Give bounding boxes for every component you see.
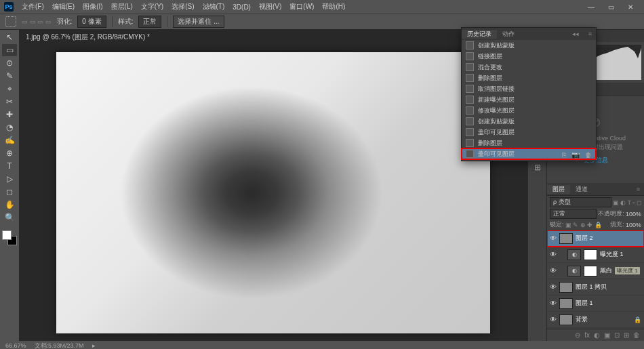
panel-menu-icon[interactable]: ≡ xyxy=(631,186,644,192)
visibility-toggle-icon[interactable]: 👁 xyxy=(550,316,557,323)
marquee-tool[interactable]: ▭ xyxy=(2,44,17,56)
layer-row[interactable]: 👁背景🔒 xyxy=(547,312,644,328)
magic-wand-tool[interactable]: ✎ xyxy=(2,70,17,82)
layer-row[interactable]: 👁图层 2 xyxy=(547,230,644,247)
move-tool[interactable]: ↖ xyxy=(2,31,17,43)
layer-filter-select[interactable]: ρ 类型 xyxy=(550,197,611,207)
visibility-toggle-icon[interactable]: 👁 xyxy=(550,267,557,274)
tab-history[interactable]: 历史记录 xyxy=(462,30,497,39)
layer-name[interactable]: 图层 2 xyxy=(576,234,593,243)
layer-name[interactable]: 图层 1 xyxy=(576,299,593,308)
clone-tool[interactable]: ✍ xyxy=(2,134,17,146)
window-close-icon[interactable]: ✕ xyxy=(621,1,640,12)
menu-file[interactable]: 文件(F) xyxy=(19,1,47,13)
menu-image[interactable]: 图像(I) xyxy=(80,1,105,13)
layer-thumb[interactable] xyxy=(559,282,573,293)
layer-name[interactable]: 背景 xyxy=(576,315,588,324)
hand-tool[interactable]: ✋ xyxy=(2,199,17,211)
menu-type[interactable]: 文字(Y) xyxy=(138,1,166,13)
adjustment-layer-icon[interactable]: ▣ xyxy=(604,331,610,339)
layer-thumb[interactable] xyxy=(559,314,573,325)
history-item[interactable]: 链接图层 xyxy=(462,51,596,62)
color-swatches[interactable] xyxy=(2,230,17,245)
layer-row[interactable]: 👁◐黑白曝光度 1 xyxy=(547,263,644,279)
menu-filter[interactable]: 滤镜(T) xyxy=(200,1,228,13)
window-restore-icon[interactable]: ▭ xyxy=(601,1,620,12)
shape-tool[interactable]: ◻ xyxy=(2,186,17,198)
history-new-doc-icon[interactable]: ⎘ xyxy=(562,151,566,159)
menu-help[interactable]: 帮助(H) xyxy=(319,1,348,13)
canvas[interactable] xyxy=(56,52,490,333)
history-delete-icon[interactable]: 🗑 xyxy=(585,151,592,159)
menu-3d[interactable]: 3D(D) xyxy=(230,2,254,12)
new-layer-icon[interactable]: ⊞ xyxy=(624,331,629,339)
visibility-toggle-icon[interactable]: 👁 xyxy=(550,300,557,307)
history-item[interactable]: 创建剪贴蒙版 xyxy=(462,116,596,127)
lock-icons[interactable]: ▣ ✎ ⊕ ✚ 🔒 xyxy=(565,222,602,228)
history-item[interactable]: 取消图层链接 xyxy=(462,83,596,94)
type-tool[interactable]: T xyxy=(2,160,17,172)
layer-name[interactable]: 黑白 xyxy=(600,266,612,275)
visibility-toggle-icon[interactable]: 👁 xyxy=(550,283,557,291)
fill-value[interactable]: 100% xyxy=(626,222,641,228)
visibility-toggle-icon[interactable]: 👁 xyxy=(550,234,557,242)
feather-input[interactable]: 0 像素 xyxy=(77,16,106,28)
layer-thumb[interactable] xyxy=(559,233,573,244)
doc-size-readout[interactable]: 文档:5.93M/23.7M xyxy=(35,342,84,350)
layer-fx-icon[interactable]: fx xyxy=(584,331,590,339)
select-and-mask-button[interactable]: 选择并遮住 ... xyxy=(173,16,224,28)
tool-preset-icon[interactable] xyxy=(5,16,16,27)
document-tab[interactable]: 1.jpg @ 66.7% (图层 2, RGB/8#/CMYK) * xyxy=(19,30,527,45)
history-snapshot-icon[interactable]: 📷 xyxy=(571,151,580,159)
tab-channels[interactable]: 通道 xyxy=(570,185,593,194)
layer-thumb[interactable] xyxy=(584,249,597,260)
eyedropper-tool[interactable]: ✂ xyxy=(2,96,17,108)
foreground-color-swatch[interactable] xyxy=(2,230,12,240)
pen-tool[interactable]: ▷ xyxy=(2,173,17,185)
eraser-tool[interactable]: ⊕ xyxy=(2,147,17,159)
history-item[interactable]: 删除图层 xyxy=(462,138,596,148)
layer-filter-icons[interactable]: ▣ ◐ T ▫ ◻ xyxy=(613,199,641,206)
history-item[interactable]: 修改曝光图层 xyxy=(462,105,596,116)
menu-view[interactable]: 视图(V) xyxy=(256,1,284,13)
crop-tool[interactable]: ⌖ xyxy=(2,83,17,95)
link-layers-icon[interactable]: ⊖ xyxy=(575,331,580,339)
history-item[interactable]: 新建曝光图层 xyxy=(462,94,596,105)
history-item[interactable]: 盖印可见图层 xyxy=(462,127,596,138)
menu-window[interactable]: 窗口(W) xyxy=(287,1,317,13)
layer-thumb[interactable] xyxy=(584,266,597,276)
delete-layer-icon[interactable]: 🗑 xyxy=(633,331,640,339)
visibility-toggle-icon[interactable]: 👁 xyxy=(550,251,557,258)
brush-tool[interactable]: ◔ xyxy=(2,121,17,134)
history-item[interactable]: 创建剪贴蒙版 xyxy=(462,40,596,51)
strip-icon[interactable]: ⊞ xyxy=(534,163,541,172)
menu-edit[interactable]: 编辑(E) xyxy=(49,1,77,13)
history-panel[interactable]: 历史记录 动作 ◂◂ ≡ 创建剪贴蒙版链接图层混合更改删除图层取消图层链接新建曝… xyxy=(461,27,597,161)
layer-name[interactable]: 图层 1 拷贝 xyxy=(576,283,607,291)
zoom-tool[interactable]: 🔍 xyxy=(2,211,17,224)
history-item[interactable]: 删除图层 xyxy=(462,73,596,83)
window-minimize-icon[interactable]: — xyxy=(582,1,601,12)
menu-layer[interactable]: 图层(L) xyxy=(108,1,136,13)
tab-layers[interactable]: 图层 xyxy=(547,185,570,194)
zoom-readout[interactable]: 66.67% xyxy=(5,342,26,349)
group-icon[interactable]: ⊡ xyxy=(614,331,620,339)
tab-actions[interactable]: 动作 xyxy=(497,30,520,39)
layer-row[interactable]: 👁◐曝光度 1 xyxy=(547,247,644,263)
panel-menu-icon[interactable]: ≡ xyxy=(583,30,596,37)
history-list[interactable]: 创建剪贴蒙版链接图层混合更改删除图层取消图层链接新建曝光图层修改曝光图层创建剪贴… xyxy=(462,40,596,148)
layer-list[interactable]: 👁图层 2👁◐曝光度 1👁◐黑白曝光度 1👁图层 1 拷贝👁图层 1👁背景🔒 xyxy=(547,230,644,329)
marquee-new-icon[interactable]: ▭ ▭ ▭ ▭ xyxy=(22,18,52,25)
history-item[interactable]: 混合更改 xyxy=(462,62,596,73)
status-chevron-icon[interactable]: ▸ xyxy=(92,342,96,349)
history-collapse-icon[interactable]: ◂◂ xyxy=(568,30,583,37)
layer-thumb[interactable] xyxy=(559,298,573,309)
layer-thumb[interactable]: ◐ xyxy=(567,266,581,276)
layer-name[interactable]: 曝光度 1 xyxy=(600,250,624,259)
opacity-value[interactable]: 100% xyxy=(626,211,641,218)
menu-select[interactable]: 选择(S) xyxy=(169,1,197,13)
layer-thumb[interactable]: ◐ xyxy=(567,249,581,260)
lasso-tool[interactable]: ⊙ xyxy=(2,57,17,69)
layer-mask-icon[interactable]: ◐ xyxy=(594,331,600,339)
layer-row[interactable]: 👁图层 1 xyxy=(547,295,644,312)
